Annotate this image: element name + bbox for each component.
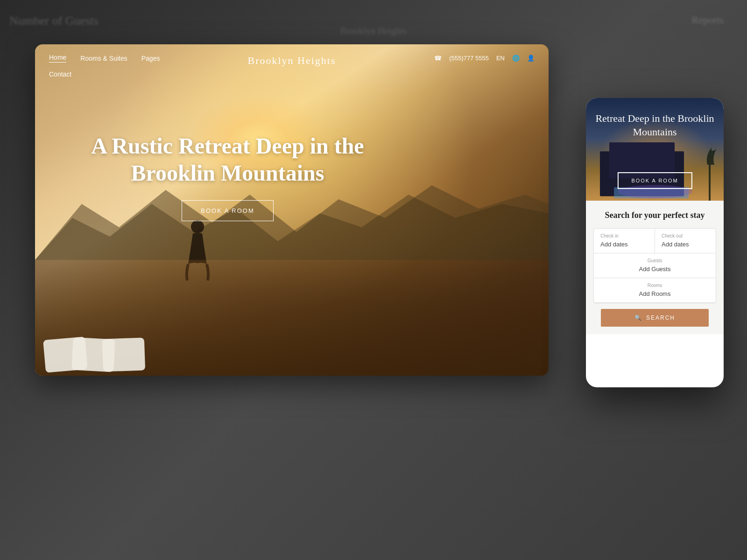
guests-value: Add Guests [639, 266, 671, 273]
mobile-book-button[interactable]: BOOK A ROOM [617, 172, 692, 189]
guests-label: Guests [600, 258, 709, 263]
svg-point-2 [191, 220, 204, 233]
search-button-label: SEARCH [646, 315, 675, 321]
user-icon[interactable]: 👤 [527, 55, 535, 62]
nav-left: Home Rooms & Suites Pages [49, 54, 160, 63]
mobile-search-section: Search for your perfect stay Check in Ad… [586, 201, 724, 334]
mobile-search-form: Check in Add dates Check out Add dates G… [593, 228, 716, 303]
checkin-value: Add dates [600, 241, 628, 248]
mobile-dates-row: Check in Add dates Check out Add dates [594, 229, 716, 253]
checkout-label: Check out [662, 233, 709, 238]
nav-contact[interactable]: Contact [49, 70, 71, 78]
mobile-guests-row[interactable]: Guests Add Guests [594, 253, 716, 278]
mobile-search-title: Search for your perfect stay [593, 210, 716, 221]
navigation: Home Rooms & Suites Pages Brooklyn Heigh… [35, 44, 549, 72]
bg-blur-text-left: Number of Guests [9, 14, 99, 28]
rooms-value: Add Rooms [639, 290, 671, 297]
pillow-3 [102, 337, 145, 371]
desktop-card: Home Rooms & Suites Pages Brooklyn Heigh… [35, 44, 549, 376]
phone-icon: ☎ [434, 55, 442, 62]
bg-blur-text-right: Reports [692, 14, 724, 26]
search-icon: 🔍 [634, 315, 642, 321]
deck-area [35, 260, 549, 376]
nav-home[interactable]: Home [49, 54, 66, 63]
mobile-search-button[interactable]: 🔍 SEARCH [601, 309, 709, 327]
nav-right: ☎ (555)777 5555 EN 🌐 👤 [434, 55, 535, 62]
globe-icon: 🌐 [512, 55, 520, 62]
nav-second-row: Contact [49, 70, 71, 78]
nav-rooms[interactable]: Rooms & Suites [80, 55, 127, 62]
nav-pages[interactable]: Pages [141, 55, 160, 62]
checkin-label: Check in [600, 233, 648, 238]
mobile-rooms-row[interactable]: Rooms Add Rooms [594, 278, 716, 303]
mobile-hero-text: Retreat Deep in the Brooklin Mountains [586, 112, 724, 139]
checkout-value: Add dates [662, 241, 689, 248]
brand-name: Brooklyn Heights [247, 55, 336, 67]
hero-book-button[interactable]: BOOK A ROOM [182, 200, 273, 221]
language-selector[interactable]: EN [496, 55, 505, 62]
mobile-hero-image: Retreat Deep in the Brooklin Mountains B… [586, 98, 724, 201]
mobile-mockup: Retreat Deep in the Brooklin Mountains B… [586, 98, 724, 387]
rooms-label: Rooms [600, 283, 709, 288]
mobile-checkout-cell[interactable]: Check out Add dates [655, 229, 716, 253]
hero-title: A Rustic Retreat Deep in the Brooklin Mo… [86, 133, 369, 186]
bg-blur-text-center: Brooklyn Heights [340, 26, 407, 36]
hero-text-block: A Rustic Retreat Deep in the Brooklin Mo… [86, 133, 369, 221]
mobile-checkin-cell[interactable]: Check in Add dates [594, 229, 655, 253]
phone-number: (555)777 5555 [449, 55, 489, 62]
